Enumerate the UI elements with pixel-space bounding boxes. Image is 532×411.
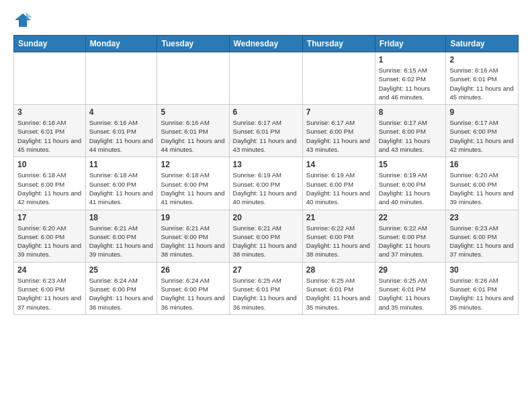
day-number: 10 (17, 160, 82, 169)
calendar-day-cell (302, 52, 375, 105)
calendar-day-cell (85, 52, 157, 105)
day-info: Sunrise: 6:19 AM Sunset: 6:00 PM Dayligh… (379, 171, 443, 206)
logo-icon (13, 11, 32, 30)
calendar-day-cell: 30Sunrise: 6:26 AM Sunset: 6:01 PM Dayli… (446, 262, 519, 314)
day-info: Sunrise: 6:23 AM Sunset: 6:00 PM Dayligh… (449, 224, 515, 259)
day-info: Sunrise: 6:20 AM Sunset: 6:00 PM Dayligh… (17, 224, 82, 259)
day-number: 23 (449, 213, 515, 222)
day-number: 16 (449, 160, 515, 169)
weekday-header-tuesday: Tuesday (157, 36, 229, 52)
day-number: 25 (89, 265, 154, 275)
calendar-day-cell: 20Sunrise: 6:21 AM Sunset: 6:00 PM Dayli… (229, 210, 302, 262)
day-number: 22 (379, 213, 443, 222)
calendar-day-cell: 4Sunrise: 6:16 AM Sunset: 6:01 PM Daylig… (85, 105, 157, 157)
calendar-week-row: 3Sunrise: 6:16 AM Sunset: 6:01 PM Daylig… (14, 105, 519, 157)
calendar-day-cell: 2Sunrise: 6:16 AM Sunset: 6:01 PM Daylig… (446, 52, 519, 105)
day-number: 28 (306, 265, 371, 275)
calendar-day-cell: 23Sunrise: 6:23 AM Sunset: 6:00 PM Dayli… (446, 210, 519, 262)
calendar-week-row: 10Sunrise: 6:18 AM Sunset: 6:00 PM Dayli… (14, 157, 519, 210)
day-number: 13 (233, 160, 299, 169)
day-number: 24 (17, 265, 82, 275)
day-info: Sunrise: 6:18 AM Sunset: 6:00 PM Dayligh… (17, 171, 82, 206)
calendar-day-cell: 17Sunrise: 6:20 AM Sunset: 6:00 PM Dayli… (14, 210, 86, 262)
weekday-header-saturday: Saturday (446, 36, 519, 52)
calendar-day-cell: 26Sunrise: 6:24 AM Sunset: 6:00 PM Dayli… (157, 262, 229, 314)
calendar-day-cell: 3Sunrise: 6:16 AM Sunset: 6:01 PM Daylig… (14, 105, 86, 157)
calendar-day-cell: 1Sunrise: 6:15 AM Sunset: 6:02 PM Daylig… (375, 52, 446, 105)
day-info: Sunrise: 6:24 AM Sunset: 6:00 PM Dayligh… (161, 276, 225, 312)
calendar-day-cell: 6Sunrise: 6:17 AM Sunset: 6:01 PM Daylig… (229, 105, 302, 157)
calendar-day-cell: 13Sunrise: 6:19 AM Sunset: 6:00 PM Dayli… (229, 157, 302, 210)
day-info: Sunrise: 6:26 AM Sunset: 6:01 PM Dayligh… (449, 276, 515, 312)
day-number: 12 (161, 160, 225, 169)
calendar-week-row: 24Sunrise: 6:23 AM Sunset: 6:00 PM Dayli… (14, 262, 519, 314)
weekday-header-monday: Monday (85, 36, 157, 52)
calendar-day-cell: 22Sunrise: 6:22 AM Sunset: 6:00 PM Dayli… (375, 210, 446, 262)
calendar-day-cell: 5Sunrise: 6:16 AM Sunset: 6:01 PM Daylig… (157, 105, 229, 157)
weekday-header-sunday: Sunday (14, 36, 86, 52)
weekday-header-friday: Friday (375, 36, 446, 52)
calendar-day-cell: 14Sunrise: 6:19 AM Sunset: 6:00 PM Dayli… (302, 157, 375, 210)
day-info: Sunrise: 6:15 AM Sunset: 6:02 PM Dayligh… (379, 66, 443, 101)
calendar-day-cell: 25Sunrise: 6:24 AM Sunset: 6:00 PM Dayli… (85, 262, 157, 314)
day-info: Sunrise: 6:17 AM Sunset: 6:00 PM Dayligh… (379, 118, 443, 154)
day-number: 29 (379, 265, 443, 275)
day-info: Sunrise: 6:23 AM Sunset: 6:00 PM Dayligh… (17, 276, 82, 312)
calendar: SundayMondayTuesdayWednesdayThursdayFrid… (13, 35, 519, 315)
calendar-day-cell: 27Sunrise: 6:25 AM Sunset: 6:01 PM Dayli… (229, 262, 302, 314)
calendar-week-row: 17Sunrise: 6:20 AM Sunset: 6:00 PM Dayli… (14, 210, 519, 262)
day-number: 20 (233, 213, 299, 222)
day-number: 4 (89, 107, 154, 117)
day-info: Sunrise: 6:18 AM Sunset: 6:00 PM Dayligh… (161, 171, 225, 206)
day-number: 2 (449, 55, 515, 64)
day-info: Sunrise: 6:16 AM Sunset: 6:01 PM Dayligh… (449, 66, 515, 101)
calendar-day-cell: 10Sunrise: 6:18 AM Sunset: 6:00 PM Dayli… (14, 157, 86, 210)
day-number: 19 (161, 213, 225, 222)
day-number: 6 (233, 107, 299, 117)
calendar-day-cell: 29Sunrise: 6:25 AM Sunset: 6:01 PM Dayli… (375, 262, 446, 314)
day-number: 11 (89, 160, 154, 169)
day-number: 9 (449, 107, 515, 117)
day-number: 30 (449, 265, 515, 275)
logo (13, 11, 35, 30)
calendar-day-cell: 8Sunrise: 6:17 AM Sunset: 6:00 PM Daylig… (375, 105, 446, 157)
day-info: Sunrise: 6:16 AM Sunset: 6:01 PM Dayligh… (161, 118, 225, 154)
weekday-header-wednesday: Wednesday (229, 36, 302, 52)
calendar-day-cell (157, 52, 229, 105)
day-info: Sunrise: 6:22 AM Sunset: 6:00 PM Dayligh… (306, 224, 371, 259)
calendar-day-cell: 11Sunrise: 6:18 AM Sunset: 6:00 PM Dayli… (85, 157, 157, 210)
calendar-day-cell: 12Sunrise: 6:18 AM Sunset: 6:00 PM Dayli… (157, 157, 229, 210)
day-number: 21 (306, 213, 371, 222)
weekday-header-row: SundayMondayTuesdayWednesdayThursdayFrid… (14, 36, 519, 52)
day-number: 17 (17, 213, 82, 222)
day-number: 26 (161, 265, 225, 275)
day-info: Sunrise: 6:17 AM Sunset: 6:00 PM Dayligh… (449, 118, 515, 154)
day-number: 5 (161, 107, 225, 117)
day-info: Sunrise: 6:17 AM Sunset: 6:01 PM Dayligh… (233, 118, 299, 154)
calendar-day-cell: 21Sunrise: 6:22 AM Sunset: 6:00 PM Dayli… (302, 210, 375, 262)
calendar-day-cell: 16Sunrise: 6:20 AM Sunset: 6:00 PM Dayli… (446, 157, 519, 210)
day-info: Sunrise: 6:25 AM Sunset: 6:01 PM Dayligh… (306, 276, 371, 312)
day-info: Sunrise: 6:20 AM Sunset: 6:00 PM Dayligh… (449, 171, 515, 206)
calendar-day-cell: 19Sunrise: 6:21 AM Sunset: 6:00 PM Dayli… (157, 210, 229, 262)
day-info: Sunrise: 6:21 AM Sunset: 6:00 PM Dayligh… (161, 224, 225, 259)
day-number: 15 (379, 160, 443, 169)
day-number: 3 (17, 107, 82, 117)
calendar-day-cell: 15Sunrise: 6:19 AM Sunset: 6:00 PM Dayli… (375, 157, 446, 210)
calendar-day-cell: 28Sunrise: 6:25 AM Sunset: 6:01 PM Dayli… (302, 262, 375, 314)
day-info: Sunrise: 6:25 AM Sunset: 6:01 PM Dayligh… (233, 276, 299, 312)
day-info: Sunrise: 6:21 AM Sunset: 6:00 PM Dayligh… (89, 224, 154, 259)
day-number: 8 (379, 107, 443, 117)
day-info: Sunrise: 6:25 AM Sunset: 6:01 PM Dayligh… (379, 276, 443, 312)
day-info: Sunrise: 6:17 AM Sunset: 6:00 PM Dayligh… (306, 118, 371, 154)
calendar-week-row: 1Sunrise: 6:15 AM Sunset: 6:02 PM Daylig… (14, 52, 519, 105)
day-info: Sunrise: 6:19 AM Sunset: 6:00 PM Dayligh… (233, 171, 299, 206)
day-info: Sunrise: 6:18 AM Sunset: 6:00 PM Dayligh… (89, 171, 154, 206)
page: SundayMondayTuesdayWednesdayThursdayFrid… (0, 0, 532, 326)
day-info: Sunrise: 6:21 AM Sunset: 6:00 PM Dayligh… (233, 224, 299, 259)
day-number: 7 (306, 107, 371, 117)
calendar-day-cell (14, 52, 86, 105)
calendar-day-cell: 9Sunrise: 6:17 AM Sunset: 6:00 PM Daylig… (446, 105, 519, 157)
day-info: Sunrise: 6:22 AM Sunset: 6:00 PM Dayligh… (379, 224, 443, 259)
weekday-header-thursday: Thursday (302, 36, 375, 52)
